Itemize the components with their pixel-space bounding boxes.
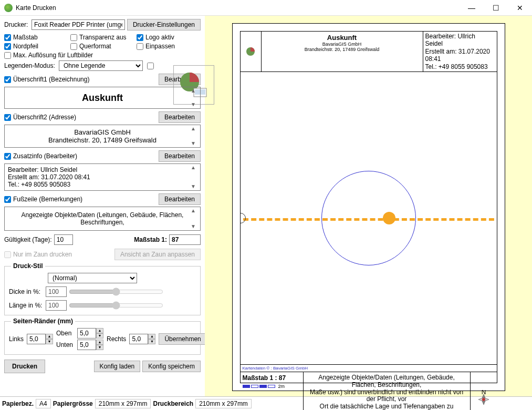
heading1-display: Auskunft ▲▼ — [4, 87, 201, 109]
zaun-fit-button: Ansicht an Zaun anpassen — [114, 249, 201, 260]
scroll-icon[interactable]: ▲▼ — [191, 208, 199, 229]
status-papierbez-lbl: Papierbez. — [2, 400, 34, 407]
maximize-button[interactable]: ☐ — [484, 0, 508, 16]
dicke-label: Dicke in %: — [9, 288, 44, 295]
zusatz-display: Bearbeiter: Ullrich Seidel Erstellt am: … — [4, 163, 201, 191]
chk-massstab[interactable]: Maßstab — [4, 34, 67, 41]
unten-label: Unten — [56, 341, 75, 348]
status-druckbereich-lbl: Druckbereich — [153, 400, 193, 407]
style-select[interactable]: (Normal) — [48, 273, 137, 283]
app-icon — [4, 4, 13, 12]
print-button[interactable]: Drucken — [4, 360, 45, 373]
unten-spin[interactable]: ▲▼ — [77, 340, 103, 350]
window-title: Karte Drucken — [16, 4, 460, 12]
legend-mode-select[interactable]: Ohne Legende — [59, 60, 143, 71]
chk-logo[interactable]: Logo aktiv — [137, 34, 189, 41]
chk-fuss[interactable]: Fußzeile (Bemerkungen) — [4, 196, 82, 203]
preview-credits: Kartendaten © : BavariaGIS GmbH — [241, 365, 497, 372]
legend-enable-chk[interactable] — [147, 63, 154, 69]
minimize-button[interactable]: — — [460, 0, 484, 16]
links-spin[interactable]: ▲▼ — [27, 334, 53, 344]
oben-spin[interactable]: ▲▼ — [77, 328, 103, 339]
heading2-edit-button[interactable]: Bearbeiten — [159, 111, 201, 123]
chk-max-aufl[interactable]: Max. Auflösung für Luftbilder — [4, 52, 201, 59]
fuss-edit-button[interactable]: Bearbeiten — [159, 193, 201, 205]
scale-input[interactable] — [169, 234, 201, 245]
rechts-label: Rechts — [107, 335, 126, 343]
chk-querformat[interactable]: Querformat — [70, 43, 133, 50]
svg-point-7 — [482, 398, 485, 401]
chk-heading1[interactable]: Überschrift1 (Bezeichnung) — [4, 76, 89, 83]
settings-panel: Drucker: Drucker-Einstellungen Maßstab T… — [0, 16, 205, 396]
chk-einpassen[interactable]: Einpassen — [137, 43, 189, 50]
scroll-icon[interactable]: ▲▼ — [191, 88, 199, 107]
chk-zusatz[interactable]: Zusatzinfo (Bearbeiter) — [4, 152, 77, 160]
status-papiergroesse-lbl: Papiergrösse — [53, 400, 93, 407]
validity-label: Gültigkeit (Tage): — [4, 236, 52, 243]
scroll-icon[interactable]: ▲▼ — [191, 126, 199, 146]
preview-title: Auskunft — [264, 34, 421, 42]
printer-label: Drucker: — [4, 21, 29, 28]
preview-scale: Maßstab 1 : 87 2m — [241, 372, 304, 410]
printer-settings-button[interactable]: Drucker-Einstellungen — [127, 19, 201, 30]
rechts-spin[interactable]: ▲▼ — [129, 334, 155, 344]
chk-transparenz[interactable]: Transparenz aus — [70, 34, 133, 41]
scroll-icon[interactable]: ▲▼ — [191, 165, 199, 189]
titlebar: Karte Drucken — ☐ ✕ — [0, 0, 532, 16]
style-fieldset: Druck-Stil (Normal) Dicke in %: Länge in… — [4, 266, 201, 315]
preview-page: Auskunft BavariaGIS GmbH Brandteichstr. … — [232, 23, 505, 391]
margins-apply-button[interactable]: Übernehmen — [159, 333, 206, 345]
oben-label: Oben — [56, 330, 75, 337]
chk-zaun: Nur im Zaun drucken — [4, 251, 72, 258]
config-load-button[interactable]: Konfig laden — [94, 361, 141, 372]
close-button[interactable]: ✕ — [508, 0, 532, 16]
laenge-slider — [69, 301, 163, 310]
printer-input[interactable] — [32, 19, 125, 30]
heading2-display: BavariaGIS GmbH Brandteichstr. 20, 17489… — [4, 125, 201, 148]
preview-map — [241, 72, 497, 364]
status-papiergroesse: 210mm x 297mm — [95, 399, 151, 408]
zusatz-edit-button[interactable]: Bearbeiten — [159, 150, 201, 162]
status-papierbez: A4 — [36, 399, 51, 408]
preview-logo — [241, 32, 262, 71]
laenge-input — [46, 300, 67, 311]
preview-meta: Bearbeiter: Ullrich Seidel Erstellt am: … — [423, 32, 497, 71]
legend-mode-label: Legenden-Modus: — [4, 62, 57, 69]
preview-disclaimer: Angezeigte Objekte/Daten (Leitungen, Geb… — [304, 372, 471, 410]
laenge-label: Länge in %: — [9, 302, 44, 309]
margins-fieldset: Seiten-Ränder (mm) Links ▲▼ Oben ▲▼ Unte… — [4, 321, 201, 355]
chk-nordpfeil[interactable]: Nordpfeil — [4, 43, 67, 50]
config-save-button[interactable]: Konfig speichem — [142, 361, 201, 372]
compass-icon: N — [471, 372, 497, 410]
dicke-input — [46, 286, 67, 297]
validity-input[interactable] — [54, 234, 73, 245]
dicke-slider — [69, 288, 163, 296]
links-label: Links — [9, 335, 24, 343]
scale-label: Maßstab 1: — [134, 236, 167, 243]
chk-heading2[interactable]: Überschrift2 (Adresse) — [4, 114, 76, 121]
fuss-display: Angezeigte Objekte/Daten (Leitungen, Geb… — [4, 207, 201, 231]
preview-panel: Auskunft BavariaGIS GmbH Brandteichstr. … — [205, 16, 532, 396]
